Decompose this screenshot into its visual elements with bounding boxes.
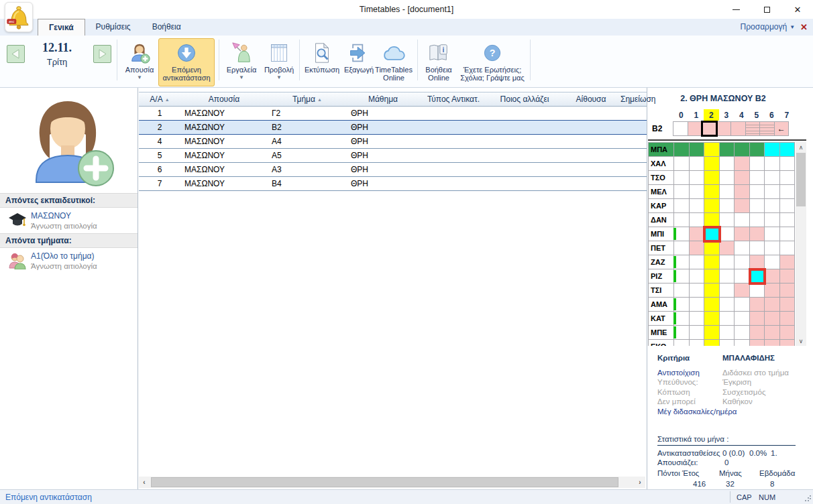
availability-cell-0[interactable] (674, 284, 690, 298)
tools-button[interactable]: Εργαλεία ▼ (223, 38, 260, 86)
availability-cell-5[interactable] (750, 157, 765, 171)
availability-cell-4[interactable] (735, 143, 750, 157)
availability-cell-4[interactable] (735, 340, 750, 346)
ribbon-close-icon[interactable]: ✕ (800, 19, 808, 36)
availability-cell-1[interactable] (690, 255, 705, 269)
resize-grip[interactable] (804, 495, 811, 502)
availability-cell-1[interactable] (690, 213, 705, 227)
column-header-6[interactable]: Αίθουσα (561, 92, 620, 106)
availability-cell-4[interactable] (735, 171, 750, 185)
availability-cell-6[interactable] (765, 284, 780, 298)
availability-cell-5[interactable] (750, 227, 765, 241)
availability-cell-3[interactable] (720, 340, 735, 346)
availability-cell-2[interactable] (704, 171, 720, 185)
teacher-label[interactable]: ΧΑΛ (649, 157, 674, 171)
tab-genika[interactable]: Γενικά (38, 19, 85, 36)
availability-cell-4[interactable] (735, 157, 750, 171)
availability-cell-6[interactable] (765, 171, 780, 185)
availability-cell-4[interactable] (735, 284, 750, 298)
availability-cell-3[interactable] (720, 227, 735, 241)
class-period-cell-1[interactable] (688, 121, 703, 136)
availability-cell-4[interactable] (735, 241, 750, 255)
column-header-1[interactable]: Απουσία (180, 92, 268, 106)
availability-cell-0[interactable] (674, 298, 690, 312)
teacher-label[interactable]: ΤΣΟ (649, 171, 674, 185)
criteria-left-item[interactable]: Δεν μπορεί (657, 397, 722, 407)
teacher-label[interactable]: ΜΠΑ (649, 143, 674, 157)
criteria-left-item[interactable]: Μέγ διδασκαλίες/ημέρα (657, 407, 737, 417)
class-period-cell-3[interactable] (716, 121, 732, 136)
availability-cell-4[interactable] (735, 269, 750, 284)
class-period-cell-2[interactable] (702, 121, 717, 136)
availability-cell-5[interactable] (750, 199, 765, 213)
teacher-label[interactable]: ΕΚΟ (649, 340, 674, 346)
next-day-button[interactable] (93, 45, 111, 63)
availability-cell-5[interactable] (750, 284, 765, 298)
availability-cell-1[interactable] (690, 157, 705, 171)
availability-cell-6[interactable] (765, 312, 780, 326)
availability-cell-5[interactable] (750, 171, 765, 185)
availability-cell-0[interactable] (674, 255, 690, 269)
availability-cell-1[interactable] (690, 199, 705, 213)
availability-cell-1[interactable] (690, 298, 705, 312)
class-period-cell-0[interactable] (673, 121, 688, 136)
availability-cell-5[interactable] (750, 255, 765, 269)
availability-cell-0[interactable] (674, 157, 690, 171)
availability-cell-6[interactable] (765, 157, 780, 171)
column-header-4[interactable]: Τύπος Αντικατ. (419, 92, 488, 106)
scroll-up-icon[interactable]: ∧ (796, 142, 806, 152)
scrollbar-track[interactable] (150, 477, 635, 488)
availability-cell-6[interactable] (765, 227, 780, 241)
availability-cell-7[interactable] (780, 185, 796, 199)
close-button[interactable]: ✕ (782, 0, 813, 19)
class-period-cell-4[interactable] (730, 121, 746, 136)
view-button[interactable]: Προβολή ▼ (262, 38, 296, 86)
availability-cell-3[interactable] (720, 326, 735, 340)
availability-cell-4[interactable] (735, 326, 750, 340)
availability-cell-6[interactable] (765, 213, 780, 227)
teacher-label[interactable]: ΔΑΝ (649, 213, 674, 227)
app-logo[interactable]: asc (5, 2, 33, 32)
availability-cell-3[interactable] (720, 298, 735, 312)
teacher-label[interactable]: ΑΜΑ (649, 298, 674, 312)
availability-cell-2[interactable] (704, 241, 720, 255)
criteria-left-item[interactable]: Αντιστοίχιση (657, 368, 722, 378)
availability-cell-4[interactable] (735, 312, 750, 326)
customize-menu[interactable]: Προσαρμογή ▼ ✕ (741, 19, 808, 36)
availability-cell-4[interactable] (735, 199, 750, 213)
availability-cell-0[interactable] (674, 340, 690, 346)
teacher-label[interactable]: ΡΙΖ (649, 269, 674, 284)
availability-cell-7[interactable] (780, 241, 796, 255)
availability-cell-6[interactable] (765, 255, 780, 269)
availability-cell-6[interactable] (765, 143, 780, 157)
availability-cell-6[interactable] (765, 185, 780, 199)
horizontal-scrollbar[interactable]: ‹ › (139, 477, 645, 488)
availability-cell-7[interactable] (780, 284, 796, 298)
class-period-cell-5[interactable] (745, 121, 761, 136)
availability-cell-0[interactable] (674, 171, 690, 185)
availability-cell-7[interactable] (780, 143, 796, 157)
absence-button[interactable]: Απουσία ▼ (122, 38, 157, 86)
availability-cell-0[interactable] (674, 241, 690, 255)
teacher-label[interactable]: ΖΑΖ (649, 255, 674, 269)
availability-cell-7[interactable] (780, 312, 796, 326)
availability-cell-7[interactable] (780, 298, 796, 312)
scrollbar-thumb[interactable] (796, 153, 806, 206)
availability-cell-0[interactable] (674, 227, 690, 241)
availability-cell-5[interactable] (750, 269, 765, 284)
availability-cell-2[interactable] (704, 298, 720, 312)
availability-cell-0[interactable] (674, 213, 690, 227)
availability-cell-2[interactable] (704, 213, 720, 227)
availability-cell-0[interactable] (674, 312, 690, 326)
availability-cell-1[interactable] (690, 171, 705, 185)
availability-cell-1[interactable] (690, 227, 705, 241)
availability-cell-1[interactable] (690, 326, 705, 340)
class-period-cell-6[interactable] (759, 121, 775, 136)
teacher-label[interactable]: ΜΠΙ (649, 227, 674, 241)
availability-cell-7[interactable] (780, 340, 796, 346)
availability-cell-2[interactable] (704, 340, 720, 346)
availability-cell-1[interactable] (690, 284, 705, 298)
availability-cell-5[interactable] (750, 185, 765, 199)
availability-cell-2[interactable] (704, 185, 720, 199)
availability-cell-7[interactable] (780, 213, 796, 227)
